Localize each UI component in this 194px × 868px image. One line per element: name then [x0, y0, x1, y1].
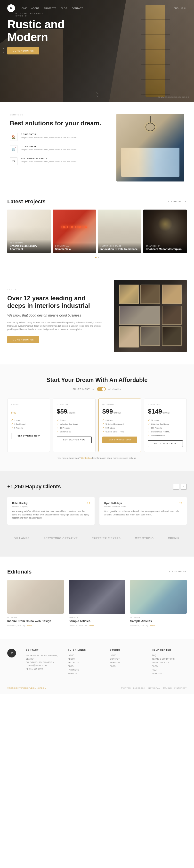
footer-studio-contact[interactable]: CONTACT	[110, 658, 145, 660]
chandelier-decoration	[145, 116, 155, 131]
footer-facebook[interactable]: FACEBOOK	[133, 687, 145, 689]
testimonials-grid: " Bobo Hamley Founder at Agency We are v…	[7, 497, 187, 525]
footer-help-terms[interactable]: TERMS & CONDITIONS	[152, 658, 187, 660]
editorial-2-date: October 21, 2018	[68, 625, 83, 627]
tier-starter-cta[interactable]: GET STARTED NOW	[57, 437, 92, 443]
testimonial-1-name: Bobo Hamley	[12, 502, 90, 504]
social-facebook[interactable]: f	[2, 48, 5, 50]
editorial-2-title: Sample Articles	[68, 619, 125, 623]
footer-link-home[interactable]: HOME	[68, 654, 103, 656]
project-card-4[interactable]: DRAW DESIGN Chobham Manor Masterplan	[143, 210, 187, 253]
footer-help-help[interactable]: HELP	[152, 669, 187, 671]
footer-tumblr[interactable]: TUMBLR	[163, 687, 172, 689]
footer-studio-blog[interactable]: BLOG	[110, 665, 145, 668]
tier-starter-features: 3 User Unlimited Dashboard 10 Projects C…	[57, 418, 92, 434]
enterprise-link[interactable]: Contact us	[81, 457, 92, 459]
service-sustainable-name: SUITAINABLE SPACE	[21, 157, 77, 160]
editorial-2-author-label: by	[85, 625, 87, 627]
about-title: Over 12 years leading and deeps in inter…	[7, 294, 104, 310]
footer-link-blog[interactable]: BLOG	[68, 665, 103, 668]
social-twitter[interactable]: t	[2, 52, 5, 54]
tier-premium-label: PREMIUM	[102, 404, 137, 406]
nav-lang[interactable]: ENG	[174, 7, 178, 9]
footer-help-faq[interactable]: FAQ	[152, 654, 187, 656]
editorial-1-author: Admin	[27, 625, 32, 627]
nav-projects[interactable]: PROJECTS	[44, 7, 56, 9]
editorial-2[interactable]: INTERIOR Sample Articles October 21, 201…	[68, 580, 125, 627]
enterprise-info: You have a large team? Contact us for in…	[7, 457, 187, 459]
clients-next-button[interactable]: ›	[181, 484, 187, 490]
project-3-category: SUITAINABLE SPACE	[101, 245, 139, 247]
footer-instagram[interactable]: INSTAGRAM	[148, 687, 161, 689]
feature-basic-2: 1 Dashboard	[11, 422, 46, 426]
nav-home[interactable]: HOME	[20, 7, 27, 9]
projects-see-all[interactable]: ALL PROJECTS	[168, 200, 187, 203]
project-4-overlay: DRAW DESIGN Chobham Manor Masterplan	[143, 243, 187, 253]
project-1-name: Brossia Heigh Luxury Apartment	[10, 244, 48, 251]
tier-basic-features: 1 User 1 Dashboard 5 Projects	[11, 418, 46, 430]
footer-studio-services[interactable]: SERVICES	[110, 661, 145, 664]
nav-contact[interactable]: CONTACT	[72, 7, 83, 9]
nav-full[interactable]: Full	[182, 7, 187, 9]
about-cta-button[interactable]: MORE ABOUT US	[7, 336, 39, 343]
editorial-3-meta: October 21, 2018 by Admin	[130, 625, 187, 627]
feature-premium-1: 25 Users	[102, 418, 137, 422]
service-residential: 🏠 RESIDENTIAL We provide all residential…	[10, 133, 107, 141]
editorial-3[interactable]: INTERIOR Sample Articles October 21, 201…	[130, 580, 187, 627]
commercial-icon: 🛒	[10, 145, 18, 153]
feature-starter-3: 10 Projects	[57, 426, 92, 430]
toggle-switch[interactable]	[97, 387, 106, 391]
pricing-title: Start Your Dream With An Affordable	[7, 376, 187, 383]
editorial-1-category: INTERIOR	[7, 617, 64, 618]
footer-help-services[interactable]: SERVICES	[152, 672, 187, 675]
footer-studio-home[interactable]: HOME	[110, 654, 145, 656]
hero-cta-button[interactable]: MORE ABOUT US	[7, 47, 39, 55]
dot-2[interactable]	[98, 257, 99, 258]
nav-about[interactable]: ABOUT	[31, 7, 39, 9]
service-sustainable: ↻ SUITAINABLE SPACE We provide all resid…	[10, 157, 107, 165]
project-3-name: Innovation Private Residence	[101, 248, 139, 251]
projects-section: Latest Projects ALL PROJECTS RESIDENTIAL…	[0, 194, 194, 268]
footer-link-partners[interactable]: PARTNERS	[68, 669, 103, 671]
footer-help-title: Help Center	[152, 649, 187, 651]
clients-navigation: ‹ ›	[173, 484, 187, 490]
tier-business-features: 50 Users Unlimited Dashboard 100 Project…	[148, 418, 183, 437]
brand-fbrstudio: fBrStudio CREATIVE	[44, 537, 78, 539]
project-card-2[interactable]: OUT OF ORDER COMMERCIAL Sample Villa	[53, 210, 96, 253]
tier-premium-cta[interactable]: GET STARTED NOW	[102, 437, 137, 443]
dot-1[interactable]	[95, 257, 96, 258]
footer-help-blog[interactable]: BLOG	[152, 665, 187, 668]
editorial-1-image	[7, 580, 64, 614]
brand-crenir: CRENIR	[168, 537, 180, 539]
feature-starter-4: Custom CSS	[57, 430, 92, 434]
editorials-see-all[interactable]: ALL ARTICLES	[169, 570, 187, 573]
services-title: Best solutions for your dream.	[10, 120, 107, 127]
footer-help-privacy[interactable]: PRIVACY POLICY	[152, 661, 187, 664]
footer-link-projects[interactable]: PROJECTS	[68, 661, 103, 664]
service-sustainable-desc: We provide all residential, fabric, idea…	[21, 160, 77, 163]
footer-top: R Contact 123 PRINSLOO ROAD, VIRGINIA, D…	[7, 649, 187, 676]
feature-basic-1: 1 User	[11, 418, 46, 422]
hero-contact-info: CONTACT@NORDICSTUDIO.CO	[158, 96, 189, 98]
footer-pinterest[interactable]: PINTEREST	[174, 687, 187, 689]
pricing-toggle: BILLED MONTHLY ANNUALLY	[7, 387, 187, 391]
tier-basic-label: BASIC	[11, 404, 46, 406]
nav-blog[interactable]: BLOG	[61, 7, 67, 9]
editorial-1[interactable]: INTERIOR Inspire From China Web Design O…	[7, 580, 64, 627]
editorial-2-meta: October 21, 2018 by Admin	[68, 625, 125, 627]
project-card-1[interactable]: RESIDENTIAL Brossia Heigh Luxury Apartme…	[7, 210, 51, 253]
footer-twitter[interactable]: TWITTER	[121, 687, 131, 689]
editorials-section: Editorials ALL ARTICLES INTERIOR Inspire…	[0, 557, 194, 639]
tier-basic-cta[interactable]: GET STARTED NOW	[11, 433, 46, 439]
project-card-3[interactable]: SUITAINABLE SPACE Innovation Private Res…	[98, 210, 141, 253]
testimonial-1-role: Founder at Agency	[12, 505, 90, 507]
tier-business-cta[interactable]: GET STARTED NOW	[148, 440, 183, 447]
tier-premium-features: 25 Users Unlimited Dashboard 50 Projects…	[102, 418, 137, 434]
clients-prev-button[interactable]: ‹	[173, 484, 179, 490]
footer-link-about[interactable]: ABOUT	[68, 658, 103, 660]
footer-studio-list: HOME CONTACT SERVICES BLOG	[110, 654, 145, 668]
tier-starter-price: $59/ Month	[57, 408, 92, 415]
footer-link-awards[interactable]: AWARDS	[68, 672, 103, 675]
feature-business-5: Custom Domain	[148, 434, 183, 437]
feature-premium-2: Unlimited Dashboard	[102, 422, 137, 426]
